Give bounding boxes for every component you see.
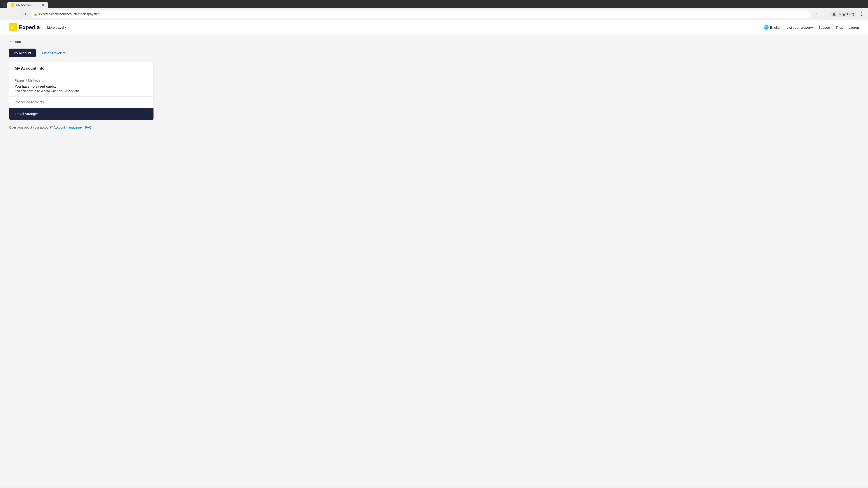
bookmark-button[interactable]: ☆ (813, 10, 820, 18)
user-account-link[interactable]: Lauren (848, 26, 859, 29)
user-name-label: Lauren (848, 26, 859, 29)
svg-text:E: E (10, 25, 14, 30)
incognito-badge[interactable]: Incognito (2) (829, 11, 857, 17)
faq-link-label: Account management FAQ (54, 126, 92, 129)
back-link[interactable]: ← Back (9, 39, 22, 44)
language-label: English (770, 26, 781, 29)
tab-other-travelers-label: Other Travelers (42, 51, 66, 55)
tab-favicon: E (11, 3, 14, 7)
support-link[interactable]: Support (818, 26, 830, 29)
back-arrow-icon: ← (9, 39, 13, 44)
payment-methods-label: Payment Methods (15, 78, 148, 82)
svg-point-0 (833, 13, 835, 14)
card-header: My Account Info (9, 62, 153, 75)
lock-icon: 🔒 (34, 12, 37, 16)
travel-arranger-label: Travel Arranger (15, 112, 38, 116)
connected-accounts-label: Connected Accounts (15, 100, 148, 104)
logo-text: Expedia (19, 24, 40, 31)
tab-my-account-label: My Account (13, 51, 31, 55)
connected-accounts-section: Connected Accounts (9, 97, 153, 108)
account-tabs: My Account Other Travelers (9, 48, 859, 57)
main-content: ← Back My Account Other Travelers My Acc… (0, 35, 868, 138)
tab-my-account[interactable]: My Account (9, 48, 36, 57)
account-footer: Questions about your account? Account ma… (9, 126, 859, 129)
trips-link[interactable]: Trips (836, 26, 843, 29)
incognito-label: Incognito (2) (838, 12, 854, 16)
no-saved-cards-sub: You can save a new card when you check o… (15, 89, 148, 93)
back-label: Back (15, 40, 22, 43)
support-label: Support (818, 26, 830, 29)
incognito-icon (832, 12, 836, 16)
back-button[interactable]: ← (3, 10, 10, 18)
browser-toolbar: ← → ↻ 🔒 expedia.com/user/account/?&selc=… (0, 8, 868, 20)
tab-close-button[interactable]: ✕ (41, 3, 44, 7)
no-saved-cards-title: You have no saved cards. (15, 85, 148, 88)
language-selector[interactable]: 🌐 English (764, 25, 781, 30)
address-bar[interactable]: 🔒 expedia.com/user/account/?&selc=paymen… (30, 10, 811, 18)
globe-icon: 🌐 (764, 25, 769, 30)
tab-other-travelers[interactable]: Other Travelers (37, 48, 70, 57)
extensions-button[interactable]: ▯ (821, 10, 828, 18)
site-nav: 🌐 English List your property Support Tri… (764, 25, 859, 30)
page-content: E Expedia More travel ▾ 🌐 English List y… (0, 20, 868, 486)
refresh-button[interactable]: ↻ (21, 10, 28, 18)
more-travel-label: More travel (47, 26, 64, 29)
toolbar-actions: ☆ ▯ Incognito (2) ⋮ (813, 10, 865, 18)
tab-scroll-left[interactable]: ‹ (3, 3, 5, 7)
travel-arranger-section[interactable]: Travel Arranger (9, 108, 153, 120)
browser-tab-bar: ‹ E My Account ✕ + (3, 2, 865, 8)
new-tab-button[interactable]: + (49, 2, 55, 8)
forward-button[interactable]: → (12, 10, 19, 18)
list-property-link[interactable]: List your property (786, 26, 813, 29)
faq-link[interactable]: Account management FAQ (54, 126, 92, 129)
trips-label: Trips (836, 26, 843, 29)
logo-area[interactable]: E Expedia (9, 23, 40, 31)
more-travel-button[interactable]: More travel ▾ (45, 24, 68, 31)
browser-chrome: ‹ E My Account ✕ + (0, 0, 868, 8)
more-options-button[interactable]: ⋮ (858, 11, 865, 18)
url-text: expedia.com/user/account/?&selc=payment (39, 12, 100, 16)
account-info-card: My Account Info Payment Methods You have… (9, 62, 154, 120)
footer-text: Questions about your account? (9, 126, 53, 129)
active-tab[interactable]: E My Account ✕ (7, 2, 48, 8)
chevron-down-icon: ▾ (65, 25, 67, 29)
card-title: My Account Info (15, 66, 44, 70)
payment-methods-section: Payment Methods You have no saved cards.… (9, 75, 153, 97)
expedia-logo-icon: E (9, 23, 17, 31)
site-header: E Expedia More travel ▾ 🌐 English List y… (0, 20, 868, 35)
tab-title: My Account (16, 3, 31, 7)
list-property-label: List your property (786, 26, 813, 29)
